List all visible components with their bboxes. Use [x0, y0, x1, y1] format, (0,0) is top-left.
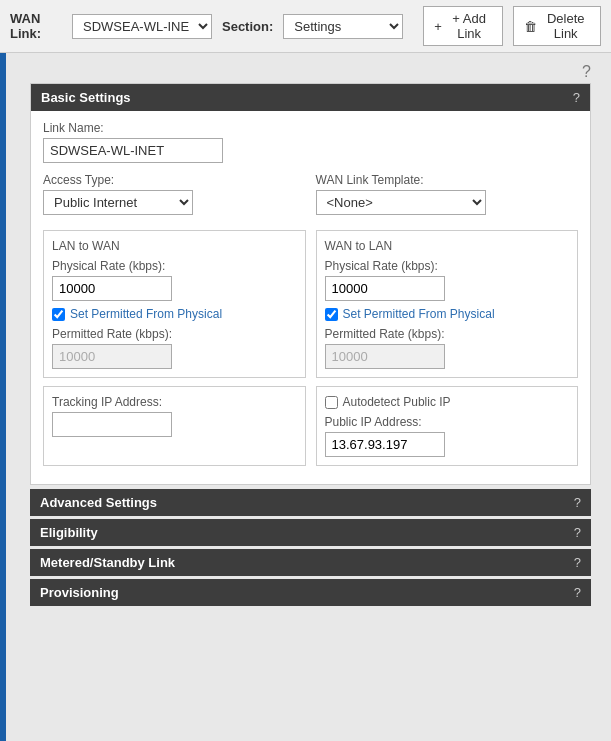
main-content: ? Basic Settings ? Link Name: Access Typ…: [0, 53, 611, 741]
wan-template-label: WAN Link Template:: [316, 173, 579, 187]
section-select[interactable]: Settings: [283, 14, 403, 39]
autodetect-check-row: Autodetect Public IP: [325, 395, 570, 409]
provisioning-title: Provisioning: [40, 585, 119, 600]
provisioning-header[interactable]: Provisioning ?: [30, 579, 591, 606]
wan-link-label: WAN Link:: [10, 11, 62, 41]
wan-physical-rate-input[interactable]: [325, 276, 445, 301]
lan-physical-rate-input[interactable]: [52, 276, 172, 301]
autodetect-box: Autodetect Public IP Public IP Address:: [316, 386, 579, 466]
section-label: Section:: [222, 19, 273, 34]
lan-set-permitted-label: Set Permitted From Physical: [70, 307, 222, 321]
lan-physical-rate-label: Physical Rate (kbps):: [52, 259, 297, 273]
autodetect-label: Autodetect Public IP: [343, 395, 451, 409]
top-help-icon[interactable]: ?: [30, 63, 591, 81]
top-bar: WAN Link: SDWSEA-WL-INET Section: Settin…: [0, 0, 611, 53]
trash-icon: 🗑: [524, 19, 537, 34]
access-type-label: Access Type:: [43, 173, 306, 187]
tracking-ip-input[interactable]: [52, 412, 172, 437]
wan-template-col: WAN Link Template: <None>: [316, 173, 579, 215]
wan-permitted-rate-input[interactable]: [325, 344, 445, 369]
wan-set-permitted-row: Set Permitted From Physical: [325, 307, 570, 321]
advanced-settings-help[interactable]: ?: [574, 495, 581, 510]
wan-to-lan-title: WAN to LAN: [325, 239, 570, 253]
link-name-label: Link Name:: [43, 121, 578, 135]
wan-physical-rate-label: Physical Rate (kbps):: [325, 259, 570, 273]
tracking-ip-label: Tracking IP Address:: [52, 395, 297, 409]
lan-permitted-rate-input[interactable]: [52, 344, 172, 369]
access-type-select[interactable]: Public Internet: [43, 190, 193, 215]
basic-settings-help[interactable]: ?: [573, 90, 580, 105]
tracking-autodetect-row: Tracking IP Address: Autodetect Public I…: [43, 386, 578, 466]
public-ip-input[interactable]: [325, 432, 445, 457]
wan-set-permitted-checkbox[interactable]: [325, 308, 338, 321]
lan-permitted-rate-label: Permitted Rate (kbps):: [52, 327, 297, 341]
access-template-row: Access Type: Public Internet WAN Link Te…: [43, 173, 578, 215]
plus-icon: +: [434, 19, 442, 34]
eligibility-help[interactable]: ?: [574, 525, 581, 540]
autodetect-checkbox[interactable]: [325, 396, 338, 409]
wan-set-permitted-label: Set Permitted From Physical: [343, 307, 495, 321]
link-name-input[interactable]: [43, 138, 223, 163]
eligibility-header[interactable]: Eligibility ?: [30, 519, 591, 546]
basic-settings-header: Basic Settings ?: [31, 84, 590, 111]
basic-settings-title: Basic Settings: [41, 90, 131, 105]
advanced-settings-title: Advanced Settings: [40, 495, 157, 510]
left-accent-bar: [0, 53, 6, 741]
lan-to-wan-box: LAN to WAN Physical Rate (kbps): Set Per…: [43, 230, 306, 378]
wan-permitted-rate-label: Permitted Rate (kbps):: [325, 327, 570, 341]
link-name-row: Link Name:: [43, 121, 578, 163]
wan-template-select[interactable]: <None>: [316, 190, 486, 215]
lan-set-permitted-checkbox[interactable]: [52, 308, 65, 321]
add-link-button[interactable]: + + Add Link: [423, 6, 503, 46]
basic-settings-body: Link Name: Access Type: Public Internet …: [31, 111, 590, 484]
eligibility-title: Eligibility: [40, 525, 98, 540]
provisioning-help[interactable]: ?: [574, 585, 581, 600]
wan-link-select[interactable]: SDWSEA-WL-INET: [72, 14, 212, 39]
delete-link-button[interactable]: 🗑 Delete Link: [513, 6, 601, 46]
lan-to-wan-title: LAN to WAN: [52, 239, 297, 253]
metered-standby-header[interactable]: Metered/Standby Link ?: [30, 549, 591, 576]
metered-standby-title: Metered/Standby Link: [40, 555, 175, 570]
public-ip-label: Public IP Address:: [325, 415, 570, 429]
lan-set-permitted-row: Set Permitted From Physical: [52, 307, 297, 321]
access-type-col: Access Type: Public Internet: [43, 173, 306, 215]
tracking-ip-box: Tracking IP Address:: [43, 386, 306, 466]
rates-row: LAN to WAN Physical Rate (kbps): Set Per…: [43, 230, 578, 378]
wan-to-lan-box: WAN to LAN Physical Rate (kbps): Set Per…: [316, 230, 579, 378]
advanced-settings-header[interactable]: Advanced Settings ?: [30, 489, 591, 516]
metered-standby-help[interactable]: ?: [574, 555, 581, 570]
basic-settings-panel: Basic Settings ? Link Name: Access Type:…: [30, 83, 591, 485]
